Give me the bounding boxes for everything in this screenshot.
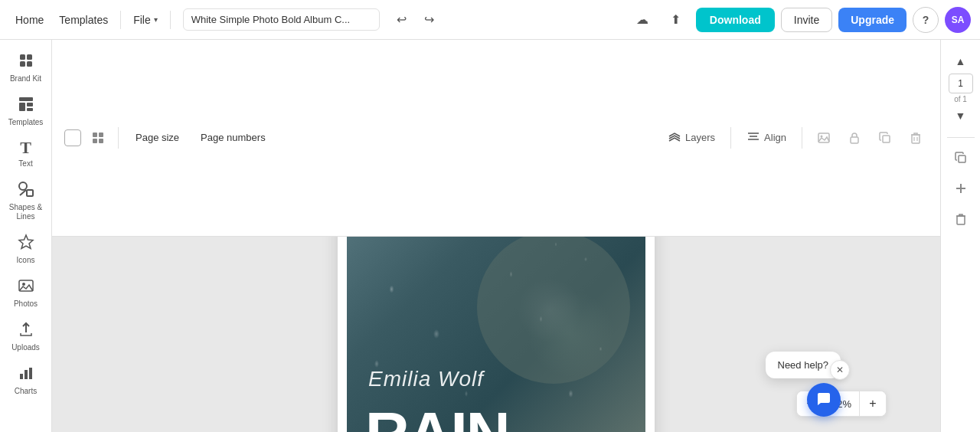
align-button[interactable]: Align bbox=[740, 126, 792, 150]
file-label: File bbox=[133, 14, 151, 26]
share-button[interactable]: ⬆ bbox=[662, 6, 690, 34]
svg-rect-9 bbox=[27, 190, 33, 196]
add-right-button[interactable] bbox=[947, 175, 975, 202]
right-panel: ▲ of 1 ▼ bbox=[940, 40, 980, 432]
sidebar-label-templates: Templates bbox=[8, 118, 44, 127]
content-area: Page size Page numbers Layers bbox=[52, 40, 940, 432]
svg-rect-34 bbox=[957, 216, 965, 224]
sidebar-label-uploads: Uploads bbox=[11, 343, 40, 352]
zoom-in-button[interactable]: + bbox=[860, 391, 886, 416]
page-navigation: ▲ of 1 ▼ bbox=[944, 46, 978, 131]
chevron-down-icon: ▾ bbox=[154, 15, 158, 24]
undo-redo-group: ↩ ↪ bbox=[389, 7, 443, 33]
uploads-icon bbox=[18, 321, 34, 340]
album-title: RAIN. bbox=[365, 407, 524, 432]
svg-rect-17 bbox=[93, 133, 97, 137]
duplicate-button[interactable] bbox=[873, 126, 897, 150]
svg-point-13 bbox=[22, 283, 25, 286]
sidebar-item-icons[interactable]: Icons bbox=[3, 227, 49, 270]
toolbar-divider-3 bbox=[802, 127, 802, 149]
sidebar-label-icons: Icons bbox=[17, 256, 35, 265]
svg-rect-14 bbox=[20, 374, 23, 379]
page-numbers-button[interactable]: Page numbers bbox=[193, 127, 273, 148]
undo-button[interactable]: ↩ bbox=[389, 7, 415, 33]
sidebar-item-brand[interactable]: Brand Kit bbox=[3, 46, 49, 88]
svg-rect-26 bbox=[851, 137, 858, 143]
album-cover-wrapper[interactable]: VOL. 06 Emilia Wolf RAIN. bbox=[338, 237, 655, 433]
next-page-button[interactable]: ▼ bbox=[950, 105, 972, 126]
lock-button[interactable] bbox=[842, 126, 867, 150]
page-number-input[interactable] bbox=[949, 74, 973, 93]
nav-actions: ☁ ⬆ Download Invite Upgrade ? SA bbox=[629, 6, 971, 34]
grid-view-button[interactable] bbox=[87, 127, 109, 149]
sidebar-item-uploads[interactable]: Uploads bbox=[3, 315, 49, 357]
sidebar-label-shapes: Shapes & Lines bbox=[6, 203, 46, 221]
redo-button[interactable]: ↪ bbox=[416, 7, 443, 33]
upgrade-button[interactable]: Upgrade bbox=[838, 8, 906, 32]
svg-line-10 bbox=[20, 190, 26, 195]
svg-point-25 bbox=[821, 135, 823, 137]
chat-button[interactable] bbox=[807, 383, 841, 417]
svg-rect-15 bbox=[24, 370, 28, 379]
close-help-button[interactable]: ✕ bbox=[830, 360, 850, 380]
copy-right-button[interactable] bbox=[947, 144, 975, 172]
right-panel-separator-1 bbox=[947, 137, 975, 138]
sidebar-item-templates[interactable]: Templates bbox=[3, 90, 49, 132]
invite-button[interactable]: Invite bbox=[781, 8, 832, 32]
download-button[interactable]: Download bbox=[696, 8, 775, 32]
align-label: Align bbox=[764, 132, 786, 143]
svg-rect-5 bbox=[19, 103, 25, 111]
delete-button[interactable] bbox=[903, 126, 928, 150]
canvas-area[interactable]: VOL. 06 Emilia Wolf RAIN. ‹ − 32% + bbox=[52, 237, 940, 433]
svg-rect-18 bbox=[99, 133, 103, 137]
nav-separator-2 bbox=[170, 11, 171, 29]
charts-icon bbox=[18, 365, 34, 384]
left-sidebar: Brand Kit Templates T Text bbox=[0, 40, 52, 432]
document-title-input[interactable] bbox=[183, 8, 380, 31]
align-icon bbox=[746, 129, 760, 146]
photos-icon bbox=[18, 277, 34, 296]
svg-rect-31 bbox=[959, 155, 965, 162]
text-icon: T bbox=[20, 139, 31, 156]
prev-page-button[interactable]: ▲ bbox=[950, 51, 972, 72]
svg-rect-16 bbox=[29, 368, 32, 379]
svg-rect-3 bbox=[27, 61, 32, 67]
svg-marker-11 bbox=[19, 235, 33, 249]
sidebar-item-photos[interactable]: Photos bbox=[3, 271, 49, 313]
album-cover: VOL. 06 Emilia Wolf RAIN. bbox=[347, 237, 645, 433]
templates-icon bbox=[18, 96, 34, 115]
page-of-label: of 1 bbox=[954, 95, 967, 103]
sidebar-label-charts: Charts bbox=[15, 387, 37, 396]
delete-right-button[interactable] bbox=[947, 205, 975, 233]
svg-rect-19 bbox=[93, 139, 97, 143]
nav-separator-1 bbox=[120, 11, 121, 29]
sidebar-item-text[interactable]: T Text bbox=[3, 133, 49, 173]
toolbar-right: Layers Align bbox=[662, 126, 928, 150]
svg-point-8 bbox=[19, 182, 27, 190]
svg-rect-0 bbox=[20, 54, 25, 60]
svg-rect-2 bbox=[20, 61, 25, 67]
svg-rect-4 bbox=[19, 97, 33, 101]
top-nav: Home Templates File ▾ ↩ ↪ ☁ ⬆ Download I… bbox=[0, 0, 980, 40]
main-layout: Brand Kit Templates T Text bbox=[0, 40, 980, 432]
image-button[interactable] bbox=[812, 126, 836, 150]
layers-button[interactable]: Layers bbox=[662, 126, 721, 150]
templates-link[interactable]: Templates bbox=[53, 9, 114, 31]
avatar[interactable]: SA bbox=[945, 7, 971, 33]
circle-shape bbox=[477, 237, 630, 385]
sidebar-item-shapes[interactable]: Shapes & Lines bbox=[3, 175, 49, 226]
shapes-icon bbox=[18, 181, 34, 200]
page-size-button[interactable]: Page size bbox=[128, 127, 187, 148]
layers-icon bbox=[668, 129, 681, 146]
album-artist: Emilia Wolf bbox=[368, 367, 484, 391]
sidebar-item-charts[interactable]: Charts bbox=[3, 358, 49, 401]
cloud-save-button[interactable]: ☁ bbox=[629, 6, 656, 34]
file-menu[interactable]: File ▾ bbox=[127, 9, 164, 31]
help-button[interactable]: ? bbox=[913, 7, 939, 33]
toolbar-left: Page size Page numbers bbox=[64, 127, 273, 149]
home-link[interactable]: Home bbox=[9, 9, 50, 31]
layers-label: Layers bbox=[685, 132, 715, 143]
page-select-checkbox[interactable] bbox=[64, 129, 81, 146]
icons-icon bbox=[18, 234, 34, 253]
brand-icon bbox=[18, 52, 34, 71]
